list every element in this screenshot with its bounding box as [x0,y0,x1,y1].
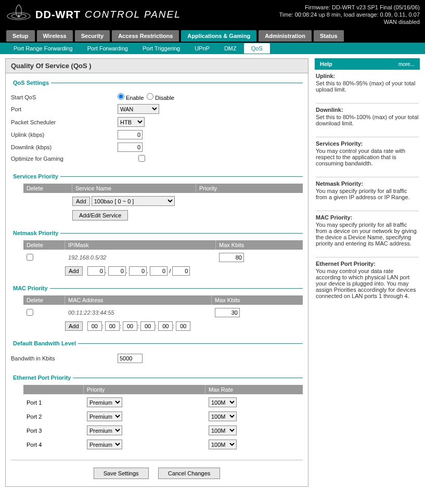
help-more-link[interactable]: more... [398,61,415,67]
legend-services-priority: Services Priority [11,173,60,179]
router-icon [5,2,32,28]
header: DD-WRT CONTROL PANEL Firmware: DD-WRT v2… [0,0,425,29]
select-port4-priority[interactable]: Premium [87,440,122,449]
help-eth-desc: You may control your data rate according… [316,268,419,299]
firmware-line: Firmware: DD-WRT v23 SP1 Final (05/16/06… [279,4,420,11]
input-mac-maxkbits[interactable] [215,308,240,317]
add-mac-button[interactable]: Add [65,321,83,331]
radio-enable[interactable] [118,93,124,100]
label-bandwidth-kbits: Bandwith in Kbits [11,355,118,361]
input-mac-6[interactable] [176,321,190,331]
eth-port4-label: Port 4 [23,441,84,449]
label-downlink: Downlink (kbps) [11,144,118,150]
select-port1-rate[interactable]: 100M [209,397,237,407]
radio-enable-wrap[interactable]: Enable [118,93,144,101]
tab-administration[interactable]: Administration [259,30,312,42]
tab-applications-gaming[interactable]: Applications & Gaming [181,30,256,42]
checkbox-mac-delete[interactable] [27,309,33,316]
tab-setup[interactable]: Setup [6,30,35,42]
tab-wireless[interactable]: Wireless [37,30,73,42]
input-uplink[interactable] [118,130,143,139]
help-mac-desc: You may specify priority for all traffic… [316,222,419,247]
eth-table-header: Priority Max Rate [23,385,303,394]
wan-line: WAN disabled [279,18,420,25]
eth-port1-label: Port 1 [23,398,84,407]
help-title: Help [320,61,332,67]
add-netmask-button[interactable]: Add [65,266,83,276]
tab-access-restrictions[interactable]: Access Restrictions [112,30,179,42]
subtab-port-triggering[interactable]: Port Triggering [135,44,187,53]
help-services-title: Services Priority: [316,140,419,147]
add-edit-service-button[interactable]: Add/Edit Service [72,210,128,221]
help-services-desc: You may control your data rate with resp… [316,148,419,166]
input-mac-3[interactable] [123,321,137,331]
select-port1-priority[interactable]: Premium [87,397,122,407]
subtab-qos[interactable]: QoS [244,43,270,54]
select-port[interactable]: WAN [118,104,159,114]
input-bandwidth-kbits[interactable] [118,354,143,363]
mac-row-addr: 00:11:22:33:44:55 [65,308,212,317]
eth-row-4: Port 4 Premium 100M [23,438,303,450]
help-downlink-desc: Set this to 80%-100% (max) of your total… [316,114,419,126]
th-priority: Priority [196,184,303,193]
legend-netmask-priority: Netmask Priority [11,230,60,236]
select-port3-priority[interactable]: Premium [87,425,122,435]
select-service[interactable]: 100bao [ 0 ~ 0 ] [92,196,175,206]
netmask-table-header: Delete IP/Mask Max Kbits [23,240,303,250]
radio-disable-wrap[interactable]: Disable [147,93,174,101]
select-port3-rate[interactable]: 100M [209,425,237,435]
services-table-header: Delete Service Name Priority [23,184,303,193]
radio-enable-label: Enable [126,95,144,101]
input-downlink[interactable] [118,143,143,152]
input-mask[interactable] [172,266,190,276]
fieldset-ethernet-port-priority: Ethernet Port Priority Priority Max Rate… [11,374,303,453]
th-ipmask: IP/Mask [65,240,216,250]
select-scheduler[interactable]: HTB [118,117,145,127]
input-mac-1[interactable] [87,321,102,331]
input-ip-4[interactable] [150,266,168,276]
input-mac-2[interactable] [105,321,120,331]
input-mac-5[interactable] [158,321,173,331]
add-service-button[interactable]: Add [72,197,90,206]
save-button[interactable]: Save Settings [94,468,149,479]
th-mac-maxkbits: Max Kbits [212,295,303,305]
input-mac-4[interactable] [140,321,155,331]
select-port2-rate[interactable]: 100M [209,411,237,421]
tab-status[interactable]: Status [314,30,344,42]
th-service-name: Service Name [72,184,196,193]
tab-security[interactable]: Security [75,30,110,42]
checkbox-optimize-gaming[interactable] [138,155,145,162]
subtab-port-range-forwarding[interactable]: Port Range Forwarding [6,44,80,53]
subtab-port-forwarding[interactable]: Port Forwarding [80,44,135,53]
eth-port2-label: Port 2 [23,412,84,421]
action-buttons: Save Settings Cancel Changes [11,460,303,479]
input-nm-maxkbits[interactable] [219,253,244,262]
input-ip-2[interactable] [108,266,126,276]
nm-row-ip: 192.168.0.5/32 [65,253,216,262]
input-ip-1[interactable] [87,266,105,276]
radio-disable[interactable] [147,93,153,100]
help-uplink-desc: Set this to 80%-95% (max) of your total … [316,80,419,93]
label-start-qos: Start QoS [11,94,118,100]
label-scheduler: Packet Scheduler [11,119,118,125]
th-delete: Delete [23,184,72,193]
th-eth-maxrate: Max Rate [205,385,303,394]
checkbox-nm-delete[interactable] [27,254,33,261]
label-port: Port [11,106,118,112]
help-title-bar: Help more... [315,58,420,70]
legend-qos-settings: QoS Settings [11,80,51,86]
legend-ethernet-port-priority: Ethernet Port Priority [11,374,73,381]
select-port2-priority[interactable]: Premium [87,411,122,421]
subtab-dmz[interactable]: DMZ [217,44,244,53]
th-nm-delete: Delete [23,240,65,250]
input-ip-3[interactable] [129,266,147,276]
main-panel: Quality Of Service (QoS ) QoS Settings S… [5,58,308,487]
label-uplink: Uplink (kbps) [11,132,118,138]
subtab-upnp[interactable]: UPnP [187,44,217,53]
help-uplink-title: Uplink: [316,73,419,79]
legend-default-bandwidth: Default Bandwith Level [11,340,78,346]
page-title: Quality Of Service (QoS ) [6,59,308,73]
cancel-button[interactable]: Cancel Changes [158,468,220,479]
select-port4-rate[interactable]: 100M [209,440,237,449]
status-text: Firmware: DD-WRT v23 SP1 Final (05/16/06… [279,4,420,25]
